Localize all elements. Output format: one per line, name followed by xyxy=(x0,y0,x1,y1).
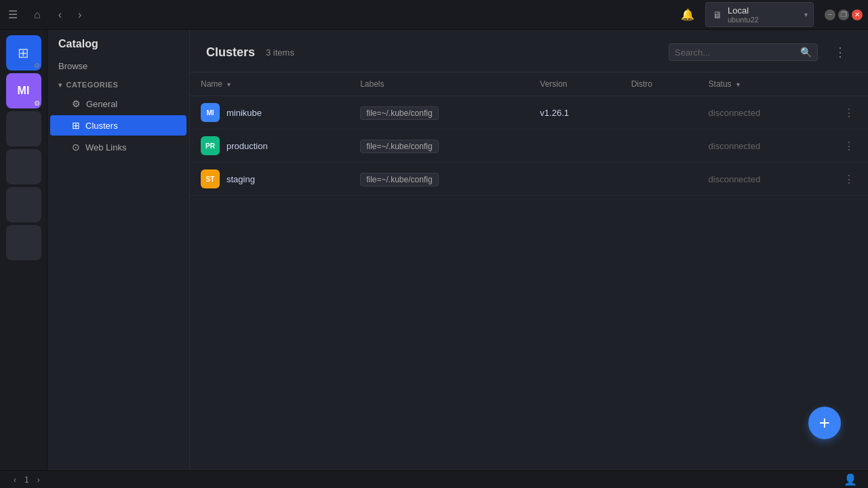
catalog-icon: ⊞ xyxy=(18,45,29,61)
icon-rail: ⊞ ⚙ MI ⚙ xyxy=(0,30,47,470)
categories-label: CATEGORIES xyxy=(66,81,119,89)
avatar-minikube: MI xyxy=(201,103,220,122)
clusters-table: Name ▾ Labels Version Distro Status ▾ xyxy=(190,73,868,196)
chevron-down-icon: ▾ xyxy=(804,11,808,18)
table-header-row: Name ▾ Labels Version Distro Status ▾ xyxy=(190,73,868,96)
prev-page-button[interactable]: ‹ xyxy=(11,474,19,486)
search-input[interactable] xyxy=(675,47,800,58)
restore-button[interactable]: ❐ xyxy=(838,9,849,20)
forward-button[interactable]: › xyxy=(74,6,85,24)
cell-status-staging: disconnected xyxy=(698,163,830,196)
cell-status-minikube: disconnected xyxy=(698,96,830,129)
rail-item-catalog[interactable]: ⊞ ⚙ xyxy=(6,35,41,70)
rail-item-6[interactable] xyxy=(6,225,41,260)
sidebar-categories-header[interactable]: ▾ CATEGORIES xyxy=(47,77,189,93)
cell-actions-production: ⋮ xyxy=(830,129,868,163)
window-controls: − ❐ ✕ xyxy=(825,9,863,20)
notifications-button[interactable]: 🔔 xyxy=(675,5,700,24)
cell-version-staging xyxy=(529,163,620,196)
user-button[interactable]: 👤 xyxy=(844,473,857,486)
table-container: Name ▾ Labels Version Distro Status ▾ xyxy=(190,73,868,470)
sidebar-title: Catalog xyxy=(47,38,189,58)
cluster-name-production: production xyxy=(226,141,268,151)
gear-icon: ⚙ xyxy=(34,62,40,69)
cell-name-staging: ST staging xyxy=(190,163,349,196)
row-more-button-staging[interactable]: ⋮ xyxy=(841,171,857,187)
titlebar: ☰ ⌂ ‹ › 🔔 🖥 Local ubuntu22 ▾ − ❐ ✕ xyxy=(0,0,868,30)
sidebar-item-clusters[interactable]: ⊞ Clusters xyxy=(50,115,186,136)
col-distro: Distro xyxy=(620,73,698,96)
context-sub: ubuntu22 xyxy=(728,16,794,24)
cell-version-minikube: v1.26.1 xyxy=(529,96,620,129)
home-button[interactable]: ⌂ xyxy=(28,6,46,24)
sidebar: Catalog Browse ▾ CATEGORIES ⚙ General ⊞ … xyxy=(47,30,190,470)
page-title: Clusters xyxy=(206,45,255,60)
sidebar-item-general-label: General xyxy=(86,99,117,109)
cell-labels-staging: file=~/.kube/config xyxy=(349,163,529,196)
rail-item-4[interactable] xyxy=(6,149,41,184)
cluster-name-minikube: minikube xyxy=(226,108,262,118)
rail-item-5[interactable] xyxy=(6,187,41,222)
cell-distro-production xyxy=(620,129,698,163)
gear-icon-mi: ⚙ xyxy=(34,100,40,107)
sidebar-item-clusters-label: Clusters xyxy=(85,121,118,131)
weblinks-icon: ⊙ xyxy=(72,142,80,152)
table-row: PR production file=~/.kube/config discon… xyxy=(190,129,868,163)
categories-chevron-icon: ▾ xyxy=(58,81,62,89)
mi-label: MI xyxy=(18,85,30,97)
cell-labels-production: file=~/.kube/config xyxy=(349,129,529,163)
context-selector[interactable]: 🖥 Local ubuntu22 ▾ xyxy=(705,2,814,27)
cell-actions-minikube: ⋮ xyxy=(830,96,868,129)
page-number: 1 xyxy=(24,475,29,485)
monitor-icon: 🖥 xyxy=(713,9,722,20)
status-filter-icon[interactable]: ▾ xyxy=(736,81,740,88)
status-bar: ‹ 1 › 👤 xyxy=(0,470,868,488)
label-badge: file=~/.kube/config xyxy=(360,173,438,186)
content-header: Clusters 3 items 🔍 ⋮ xyxy=(190,30,868,73)
cell-labels-minikube: file=~/.kube/config xyxy=(349,96,529,129)
name-sort-icon[interactable]: ▾ xyxy=(227,81,231,88)
menu-icon[interactable]: ☰ xyxy=(5,5,20,24)
close-button[interactable]: ✕ xyxy=(852,9,863,20)
general-icon: ⚙ xyxy=(72,98,81,109)
col-status: Status ▾ xyxy=(698,73,830,96)
label-badge: file=~/.kube/config xyxy=(360,140,438,153)
minimize-button[interactable]: − xyxy=(825,9,835,20)
avatar-staging: ST xyxy=(201,169,220,188)
main-content: Clusters 3 items 🔍 ⋮ Name ▾ Labels xyxy=(190,30,868,470)
sidebar-item-general[interactable]: ⚙ General xyxy=(50,94,186,114)
col-labels: Labels xyxy=(349,73,529,96)
cell-name-minikube: MI minikube xyxy=(190,96,349,129)
row-more-button-production[interactable]: ⋮ xyxy=(841,138,857,154)
next-page-button[interactable]: › xyxy=(35,474,43,486)
rail-item-mi[interactable]: MI ⚙ xyxy=(6,73,41,108)
row-more-button-minikube[interactable]: ⋮ xyxy=(841,105,857,121)
sidebar-browse[interactable]: Browse xyxy=(47,58,189,77)
search-box: 🔍 xyxy=(669,43,818,61)
clusters-icon: ⊞ xyxy=(72,120,80,131)
main-layout: ⊞ ⚙ MI ⚙ Catalog Browse ▾ CATEGORIES ⚙ G… xyxy=(0,30,868,470)
rail-item-3[interactable] xyxy=(6,111,41,146)
cell-distro-staging xyxy=(620,163,698,196)
back-button[interactable]: ‹ xyxy=(54,6,66,24)
table-row: ST staging file=~/.kube/config disconnec… xyxy=(190,163,868,196)
col-name: Name ▾ xyxy=(190,73,349,96)
label-badge: file=~/.kube/config xyxy=(360,106,438,120)
table-row: MI minikube file=~/.kube/config v1.26.1 … xyxy=(190,96,868,129)
sidebar-item-weblinks[interactable]: ⊙ Web Links xyxy=(50,137,186,157)
statusbar-nav: ‹ 1 › xyxy=(11,474,43,486)
item-count: 3 items xyxy=(266,47,658,58)
avatar-production: PR xyxy=(201,136,220,155)
search-icon[interactable]: 🔍 xyxy=(800,47,812,58)
cell-name-production: PR production xyxy=(190,129,349,163)
sidebar-item-weblinks-label: Web Links xyxy=(85,142,126,152)
cell-status-production: disconnected xyxy=(698,129,830,163)
cell-version-production xyxy=(529,129,620,163)
cell-distro-minikube xyxy=(620,96,698,129)
context-name: Local xyxy=(728,5,794,16)
col-actions xyxy=(830,73,868,96)
add-cluster-button[interactable]: + xyxy=(808,407,841,439)
col-version: Version xyxy=(529,73,620,96)
cluster-name-staging: staging xyxy=(226,174,255,184)
header-more-button[interactable]: ⋮ xyxy=(829,43,852,61)
